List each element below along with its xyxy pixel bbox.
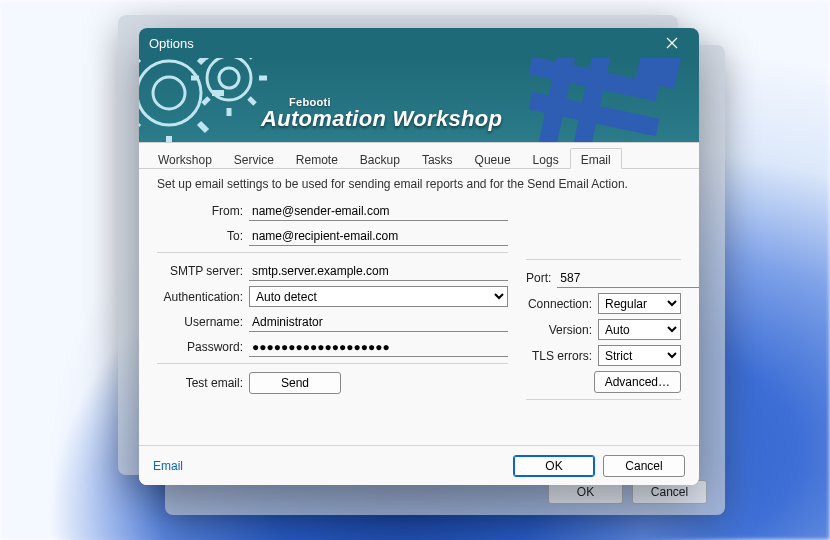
window-title: Options (149, 36, 655, 51)
test-email-label: Test email: (157, 376, 249, 390)
svg-point-2 (139, 61, 201, 125)
pane-description: Set up email settings to be used for sen… (157, 177, 681, 191)
svg-line-20 (203, 98, 209, 104)
tab-remote[interactable]: Remote (285, 148, 349, 169)
ok-button[interactable]: OK (513, 455, 595, 477)
from-input[interactable] (249, 201, 508, 221)
titlebar: Options (139, 28, 699, 58)
divider (526, 259, 681, 260)
close-icon (666, 37, 678, 49)
connection-label: Connection: (526, 297, 598, 311)
tab-tasks[interactable]: Tasks (411, 148, 464, 169)
close-button[interactable] (655, 28, 689, 58)
tab-queue[interactable]: Queue (464, 148, 522, 169)
email-pane: Set up email settings to be used for sen… (139, 169, 699, 445)
to-input[interactable] (249, 226, 508, 246)
to-label: To: (157, 229, 249, 243)
username-label: Username: (157, 315, 249, 329)
svg-line-11 (199, 123, 207, 131)
tab-email[interactable]: Email (570, 148, 622, 169)
tab-workshop[interactable]: Workshop (147, 148, 223, 169)
tls-label: TLS errors: (526, 349, 598, 363)
tab-logs[interactable]: Logs (522, 148, 570, 169)
tls-select[interactable]: Strict (598, 345, 681, 366)
username-input[interactable] (249, 312, 508, 332)
svg-point-13 (219, 68, 239, 88)
version-label: Version: (526, 323, 598, 337)
svg-line-21 (249, 98, 255, 104)
tab-service[interactable]: Service (223, 148, 285, 169)
password-label: Password: (157, 340, 249, 354)
banner-shapes-icon (529, 58, 689, 143)
svg-point-12 (207, 58, 251, 100)
cancel-button[interactable]: Cancel (603, 455, 685, 477)
dialog-footer: Email OK Cancel (139, 445, 699, 485)
smtp-label: SMTP server: (157, 264, 249, 278)
tab-strip: Workshop Service Remote Backup Tasks Que… (139, 143, 699, 169)
header-banner: Febooti Automation Workshop (139, 58, 699, 143)
auth-label: Authentication: (157, 290, 249, 304)
smtp-input[interactable] (249, 261, 508, 281)
version-select[interactable]: Auto (598, 319, 681, 340)
divider (157, 252, 508, 253)
port-input[interactable] (557, 268, 699, 288)
advanced-button[interactable]: Advanced… (594, 371, 681, 393)
auth-select[interactable]: Auto detect (249, 286, 508, 307)
divider (157, 363, 508, 364)
brand-title: Automation Workshop (261, 106, 502, 132)
from-label: From: (157, 204, 249, 218)
tab-backup[interactable]: Backup (349, 148, 411, 169)
options-dialog: Options (139, 28, 699, 485)
svg-point-3 (153, 77, 185, 109)
divider (526, 399, 681, 400)
port-label: Port: (526, 271, 557, 285)
password-input[interactable] (249, 337, 508, 357)
send-test-button[interactable]: Send (249, 372, 341, 394)
connection-select[interactable]: Regular (598, 293, 681, 314)
help-link-email[interactable]: Email (153, 459, 183, 473)
svg-line-9 (199, 58, 207, 63)
